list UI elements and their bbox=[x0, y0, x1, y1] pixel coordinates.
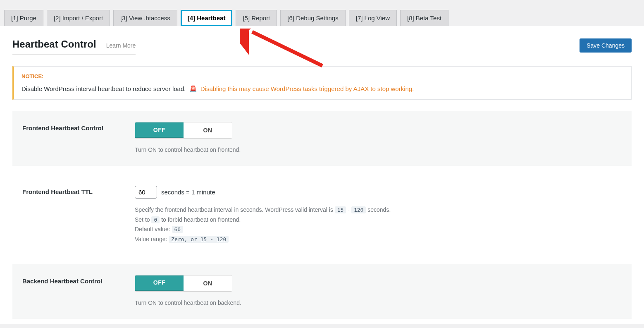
notice-body: Disable WordPress interval heartbeat to … bbox=[21, 85, 624, 93]
setting-help: Turn ON to control heartbeat on frontend… bbox=[135, 145, 622, 155]
setting-frontend-ttl: Frontend Heartbeat TTL seconds = 1 minut… bbox=[12, 175, 632, 255]
tab-debug-settings[interactable]: [6] Debug Settings bbox=[280, 10, 345, 26]
ttl-unit-label: seconds = 1 minute bbox=[161, 189, 215, 196]
notice-warning: Disabling this may cause WordPress tasks… bbox=[200, 85, 414, 92]
setting-frontend-control: Frontend Heartbeat Control OFF ON Turn O… bbox=[12, 111, 632, 166]
save-changes-button[interactable]: Save Changes bbox=[580, 38, 632, 53]
ttl-range-line: Value range: Zero, or 15 - 120 bbox=[135, 235, 622, 244]
setting-label: Backend Heartbeat Control bbox=[22, 275, 135, 285]
setting-label: Frontend Heartbeat TTL bbox=[22, 186, 135, 195]
ttl-spec-line: Specify the frontend heartbeat interval … bbox=[135, 205, 622, 215]
tab-view-htaccess[interactable]: [3] View .htaccess bbox=[113, 10, 177, 26]
siren-icon: 🚨 bbox=[188, 85, 199, 92]
frontend-ttl-input[interactable] bbox=[135, 186, 157, 199]
frontend-control-toggle: OFF ON bbox=[135, 122, 232, 139]
ttl-forbid-line: Set to 0 to forbid heartbeat on frontend… bbox=[135, 215, 622, 225]
page-title: Heartbeat Control bbox=[12, 38, 96, 50]
page-content: Heartbeat Control Learn More Save Change… bbox=[0, 26, 644, 324]
ttl-range-chip: Zero, or 15 - 120 bbox=[169, 236, 229, 243]
notice-text: Disable WordPress interval heartbeat to … bbox=[21, 85, 188, 92]
setting-backend-control: Backend Heartbeat Control OFF ON Turn ON… bbox=[12, 264, 632, 319]
ttl-default-line: Default value: 60 bbox=[135, 225, 622, 235]
tab-beta-test[interactable]: [8] Beta Test bbox=[400, 10, 448, 26]
tab-log-view[interactable]: [7] Log View bbox=[349, 10, 397, 26]
ttl-max-chip: 120 bbox=[351, 206, 366, 213]
ttl-min-chip: 15 bbox=[335, 206, 346, 213]
notice-box: NOTICE: Disable WordPress interval heart… bbox=[12, 66, 632, 100]
toggle-on-button[interactable]: ON bbox=[184, 122, 232, 138]
tab-report[interactable]: [5] Report bbox=[236, 10, 277, 26]
notice-label: NOTICE: bbox=[21, 73, 624, 79]
toggle-on-button[interactable]: ON bbox=[184, 275, 232, 291]
toggle-off-button[interactable]: OFF bbox=[135, 122, 184, 138]
ttl-default-chip: 60 bbox=[172, 226, 184, 233]
setting-label: Frontend Heartbeat Control bbox=[22, 122, 135, 132]
ttl-zero-chip: 0 bbox=[151, 216, 160, 223]
setting-help: Turn ON to control heartbeat on backend. bbox=[135, 298, 622, 308]
toggle-off-button[interactable]: OFF bbox=[135, 275, 184, 291]
tab-purge[interactable]: [1] Purge bbox=[4, 10, 43, 26]
tab-bar: [1] Purge [2] Import / Export [3] View .… bbox=[0, 0, 644, 26]
backend-control-toggle: OFF ON bbox=[135, 275, 232, 292]
tab-heartbeat[interactable]: [4] Heartbeat bbox=[181, 10, 233, 26]
tab-import-export[interactable]: [2] Import / Export bbox=[47, 10, 110, 26]
learn-more-link[interactable]: Learn More bbox=[106, 42, 136, 49]
